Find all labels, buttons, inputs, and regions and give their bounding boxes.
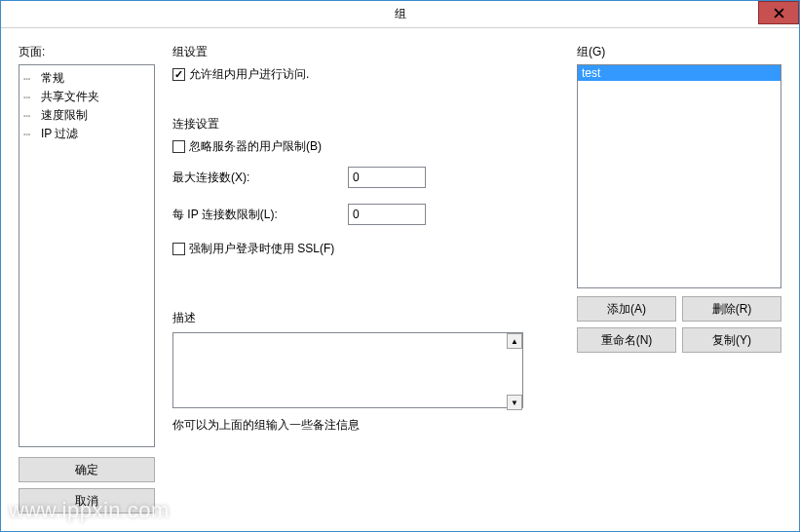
tree-item-label: 常规: [41, 70, 64, 87]
bypass-limit-checkbox[interactable]: [172, 140, 185, 153]
window-title: 组: [395, 6, 406, 22]
description-container: ▲ ▼: [172, 332, 523, 411]
bypass-limit-label: 忽略服务器的用户限制(B): [189, 138, 322, 155]
remove-group-button[interactable]: 删除(R): [682, 296, 781, 322]
scroll-up-button[interactable]: ▲: [507, 333, 522, 349]
description-hint: 你可以为上面的组输入一些备注信息: [172, 417, 559, 434]
groups-panel-title: 组(G): [577, 44, 781, 60]
pages-tree[interactable]: ⋯ 常规 ⋯ 共享文件夹 ⋯ 速度限制 ⋯ IP 过滤: [19, 64, 155, 447]
settings-panel: 组设置 允许组内用户进行访问. 连接设置 忽略服务器的用户限制(B) 最大连接数…: [172, 44, 559, 513]
chevron-down-icon: ▼: [511, 399, 518, 407]
content-area: 页面: ⋯ 常规 ⋯ 共享文件夹 ⋯ 速度限制 ⋯ IP 过滤: [1, 28, 799, 531]
tree-item-label: 速度限制: [41, 107, 88, 124]
force-ssl-label: 强制用户登录时使用 SSL(F): [189, 241, 334, 257]
groups-panel: 组(G) test 添加(A) 删除(R) 重命名(N) 复制(Y): [577, 44, 781, 513]
chevron-up-icon: ▲: [511, 337, 518, 346]
allow-access-label: 允许组内用户进行访问.: [189, 66, 309, 83]
max-conn-input[interactable]: [348, 167, 426, 188]
tree-branch-icon: ⋯: [23, 72, 41, 86]
titlebar: 组: [1, 1, 799, 28]
tree-item-shared[interactable]: ⋯ 共享文件夹: [21, 88, 152, 106]
add-group-button[interactable]: 添加(A): [577, 296, 676, 322]
tree-item-label: 共享文件夹: [41, 89, 99, 105]
tree-item-ipfilter[interactable]: ⋯ IP 过滤: [21, 125, 152, 143]
rename-group-button[interactable]: 重命名(N): [577, 327, 676, 353]
bypass-limit-row[interactable]: 忽略服务器的用户限制(B): [172, 138, 559, 155]
group-list-item[interactable]: test: [578, 65, 781, 81]
group-settings-title: 组设置: [172, 44, 559, 60]
tree-branch-icon: ⋯: [23, 128, 41, 141]
pages-label: 页面:: [19, 44, 155, 60]
force-ssl-row[interactable]: 强制用户登录时使用 SSL(F): [172, 241, 559, 257]
close-icon: [774, 8, 784, 19]
groups-buttons: 添加(A) 删除(R) 重命名(N) 复制(Y): [577, 296, 781, 353]
conn-settings-title: 连接设置: [172, 116, 559, 133]
description-section: 描述 ▲ ▼ 你可以为上面的组输入一些备注信息: [172, 310, 559, 434]
max-conn-label: 最大连接数(X):: [172, 170, 348, 186]
tree-branch-icon: ⋯: [23, 109, 41, 123]
description-textarea[interactable]: [172, 332, 523, 408]
per-ip-input[interactable]: [348, 204, 426, 225]
dialog-window: 组 页面: ⋯ 常规 ⋯ 共享文件夹 ⋯ 速: [0, 0, 800, 532]
per-ip-label: 每 IP 连接数限制(L):: [172, 207, 348, 223]
ok-button[interactable]: 确定: [19, 457, 155, 482]
close-button[interactable]: [758, 1, 799, 24]
tree-branch-icon: ⋯: [23, 91, 41, 104]
force-ssl-checkbox[interactable]: [172, 243, 185, 255]
dialog-buttons: 确定 取消: [19, 457, 155, 513]
allow-access-row[interactable]: 允许组内用户进行访问.: [172, 66, 559, 83]
per-ip-row: 每 IP 连接数限制(L):: [172, 204, 559, 225]
tree-item-general[interactable]: ⋯ 常规: [21, 69, 152, 88]
max-conn-row: 最大连接数(X):: [172, 167, 559, 188]
cancel-button[interactable]: 取消: [19, 488, 155, 513]
tree-item-speed[interactable]: ⋯ 速度限制: [21, 106, 152, 125]
groups-listbox[interactable]: test: [577, 64, 781, 288]
pages-panel: 页面: ⋯ 常规 ⋯ 共享文件夹 ⋯ 速度限制 ⋯ IP 过滤: [19, 44, 155, 513]
allow-access-checkbox[interactable]: [172, 68, 185, 81]
description-title: 描述: [172, 310, 559, 326]
scroll-down-button[interactable]: ▼: [507, 395, 522, 410]
tree-item-label: IP 过滤: [41, 126, 78, 142]
copy-group-button[interactable]: 复制(Y): [682, 327, 781, 353]
